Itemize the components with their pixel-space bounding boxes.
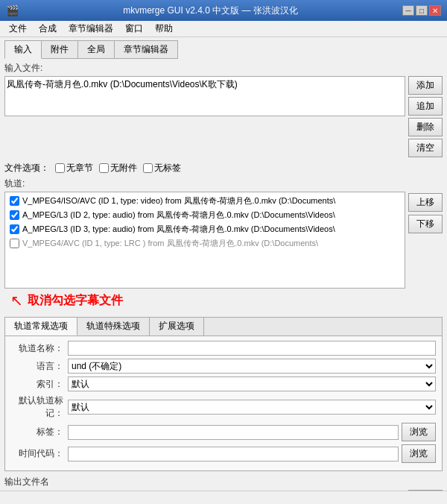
- clear-button[interactable]: 清空: [408, 139, 443, 157]
- menu-file[interactable]: 文件: [3, 21, 33, 37]
- track-item[interactable]: V_MPEG4/AVC (ID 1, type: LRC ) from 凤凰传奇…: [7, 236, 403, 251]
- add-button[interactable]: 添加: [408, 76, 443, 95]
- main-tabs: 输入 附件 全局 章节编辑器: [4, 40, 443, 59]
- menu-window[interactable]: 窗口: [119, 21, 149, 37]
- track-name-input[interactable]: [68, 341, 436, 356]
- statusbar: [0, 491, 447, 504]
- track-name-row: 轨道名称：: [11, 341, 436, 356]
- default-flag-row: 默认轨道标记： 默认: [11, 394, 436, 420]
- bottom-tab-regular[interactable]: 轨道常规选项: [5, 318, 77, 336]
- titlebar-icon: 🎬: [6, 4, 19, 16]
- maximize-button[interactable]: □: [416, 5, 428, 16]
- titlebar-controls: ─ □ ✕: [402, 5, 441, 16]
- append-button[interactable]: 追加: [408, 97, 443, 116]
- track-item[interactable]: A_MPEG/L3 (ID 3, type: audio) from 凤凰传奇-…: [7, 222, 403, 236]
- track-checkbox-1[interactable]: [10, 210, 19, 220]
- minimize-button[interactable]: ─: [402, 5, 414, 16]
- titlebar: 🎬 mkvmerge GUI v2.4.0 中文版 — 张洪波汉化 ─ □ ✕: [0, 0, 447, 21]
- tracks-label: 轨道:: [4, 177, 443, 190]
- input-files-label: 输入文件:: [4, 62, 443, 75]
- menu-chapter-editor[interactable]: 章节编辑器: [63, 21, 119, 37]
- no-attachments-option[interactable]: 无附件: [99, 162, 137, 174]
- remove-button[interactable]: 删除: [408, 118, 443, 136]
- lang-label: 语言：: [11, 360, 63, 373]
- bottom-content: 轨道名称： 语言： und (不确定) chi (中文) eng (英语) jp…: [5, 336, 442, 470]
- index-label: 索引：: [11, 378, 63, 391]
- tag-row: 标签： 浏览: [11, 423, 436, 441]
- no-chapters-checkbox[interactable]: [55, 163, 65, 173]
- timecode-label: 时间代码：: [11, 447, 63, 460]
- output-label: 输出文件名: [4, 476, 443, 488]
- input-files-area: 添加 追加 删除 清空: [4, 76, 443, 157]
- tag-input[interactable]: [68, 425, 399, 440]
- annotation-text: 取消勾选字幕文件: [28, 293, 123, 309]
- bottom-tabs: 轨道常规选项 轨道特殊选项 扩展选项: [5, 318, 442, 336]
- timecode-browse-button[interactable]: 浏览: [402, 444, 436, 463]
- index-row: 索引： 默认: [11, 377, 436, 391]
- track-name-label: 轨道名称：: [11, 342, 63, 355]
- tracks-list: V_MPEG4/ISO/AVC (ID 1, type: video) from…: [4, 192, 405, 289]
- no-attachments-checkbox[interactable]: [99, 163, 109, 173]
- track-down-button[interactable]: 下移: [408, 215, 443, 233]
- tab-global[interactable]: 全局: [77, 40, 115, 59]
- index-select[interactable]: 默认: [68, 377, 436, 391]
- file-options: 文件选项： 无章节 无附件 无标签: [4, 162, 443, 174]
- track-checkbox-0[interactable]: [10, 196, 19, 206]
- input-files-buttons: 添加 追加 删除 清空: [408, 76, 443, 157]
- track-checkbox-2[interactable]: [10, 224, 19, 234]
- main-content: 输入 附件 全局 章节编辑器 输入文件: 添加 追加 删除 清空 文件选项： 无…: [0, 37, 447, 504]
- no-tags-checkbox[interactable]: [143, 163, 153, 173]
- menu-merge[interactable]: 合成: [33, 21, 63, 37]
- timecode-row: 时间代码： 浏览: [11, 444, 436, 463]
- no-tags-option[interactable]: 无标签: [143, 162, 181, 174]
- menu-help[interactable]: 帮助: [149, 21, 179, 37]
- menubar: 文件 合成 章节编辑器 窗口 帮助: [0, 21, 447, 37]
- bottom-section: 轨道常规选项 轨道特殊选项 扩展选项 轨道名称： 语言： und (不确定) c…: [4, 317, 443, 471]
- track-item[interactable]: V_MPEG4/ISO/AVC (ID 1, type: video) from…: [7, 194, 403, 208]
- no-chapters-option[interactable]: 无章节: [55, 162, 93, 174]
- tag-browse-button[interactable]: 浏览: [402, 423, 436, 441]
- bottom-tab-special[interactable]: 轨道特殊选项: [77, 318, 150, 336]
- input-files-textarea[interactable]: [4, 76, 405, 116]
- file-options-label: 文件选项：: [4, 162, 49, 174]
- timecode-input[interactable]: [68, 447, 399, 462]
- tab-chapter-editor[interactable]: 章节编辑器: [114, 40, 178, 59]
- close-button[interactable]: ✕: [429, 5, 441, 16]
- tracks-with-buttons: V_MPEG4/ISO/AVC (ID 1, type: video) from…: [4, 192, 443, 289]
- tracks-section: 轨道: V_MPEG4/ISO/AVC (ID 1, type: video) …: [4, 177, 443, 312]
- lang-row: 语言： und (不确定) chi (中文) eng (英语) jpn (日语): [11, 359, 436, 374]
- tab-attachments[interactable]: 附件: [41, 40, 78, 59]
- track-item[interactable]: A_MPEG/L3 (ID 2, type: audio) from 凤凰传奇-…: [7, 208, 403, 222]
- track-checkbox-3[interactable]: [10, 239, 19, 248]
- titlebar-title: mkvmerge GUI v2.4.0 中文版 — 张洪波汉化: [19, 4, 402, 17]
- bottom-tab-extended[interactable]: 扩展选项: [150, 318, 204, 336]
- tab-input[interactable]: 输入: [4, 40, 42, 59]
- red-arrow-icon: ↖: [10, 292, 23, 309]
- track-up-button[interactable]: 上移: [408, 193, 443, 212]
- track-annotation: ↖ 取消勾选字幕文件: [4, 289, 443, 312]
- default-flag-select[interactable]: 默认: [68, 400, 436, 415]
- default-flag-label: 默认轨道标记：: [11, 394, 63, 420]
- tag-label: 标签：: [11, 426, 63, 438]
- lang-select[interactable]: und (不确定) chi (中文) eng (英语) jpn (日语): [68, 359, 436, 374]
- tracks-nav-buttons: 上移 下移: [408, 192, 443, 289]
